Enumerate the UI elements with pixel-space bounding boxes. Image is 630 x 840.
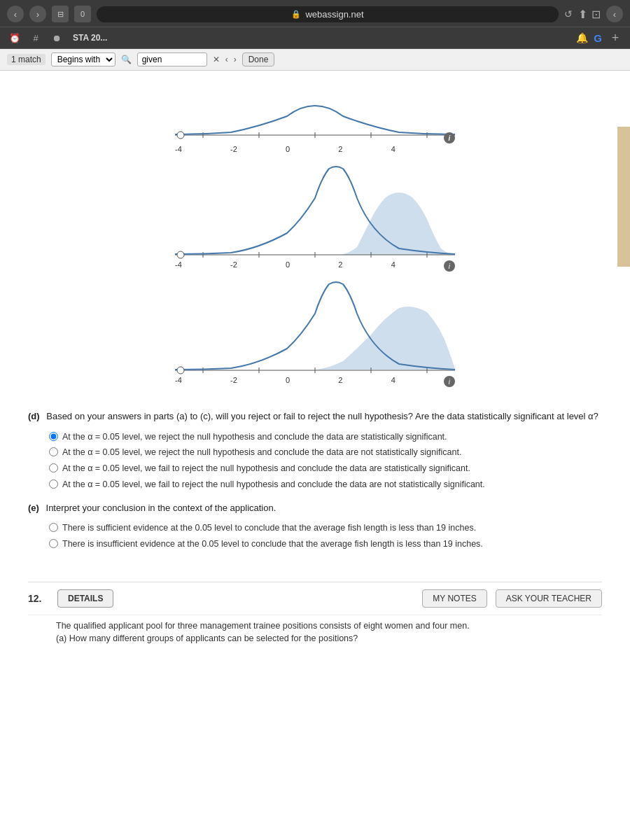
find-bar: 1 match Begins with 🔍 ✕ ‹ › Done	[0, 49, 630, 71]
curve-1-wrapper: -4 -2 0 2 4 i	[168, 85, 462, 156]
browser-actions: ⬆ ⊡	[578, 8, 601, 21]
plus-button[interactable]: +	[608, 30, 623, 46]
curve-1-info-icon[interactable]: i	[444, 132, 455, 144]
question-e-option-2[interactable]: There is insufficient evidence at the 0.…	[49, 538, 602, 551]
curve-1-container: -4 -2 0 2 4 i	[28, 85, 602, 156]
question-e-radio-1[interactable]	[49, 523, 58, 532]
question-e-option-2-text: There is insufficient evidence at the 0.…	[62, 538, 483, 551]
clock-icon-button[interactable]: ⏰	[7, 30, 22, 46]
browser-chrome: ‹ › ⊟ 0 🔒 webassign.net ↺ ⬆ ⊡ ‹	[0, 0, 630, 27]
sidebar-toggle-button[interactable]: ‹	[606, 6, 623, 22]
google-icon: G	[594, 32, 602, 44]
find-done-button[interactable]: Done	[242, 52, 275, 66]
question-d-radio-3[interactable]	[49, 463, 58, 472]
curve-2-wrapper: -4 -2 0 2 4 i	[168, 163, 462, 272]
url-text: webassign.net	[305, 9, 363, 20]
curve-1-svg	[168, 85, 462, 141]
question-d-option-3[interactable]: At the α = 0.05 level, we fail to reject…	[49, 462, 602, 475]
curve-2-info-icon[interactable]: i	[444, 260, 455, 272]
question-number: 12.	[28, 593, 49, 604]
question-d-option-1-text: At the α = 0.05 level, we reject the nul…	[62, 430, 447, 444]
curve-3-axis: -4 -2 0 2 4 i	[168, 376, 462, 387]
next-question-sub-text: (a) How many different groups of applica…	[56, 634, 574, 643]
find-input[interactable]	[137, 52, 207, 66]
question-d-option-1[interactable]: At the α = 0.05 level, we reject the nul…	[49, 430, 602, 444]
question-e-option-1[interactable]: There is sufficient evidence at the 0.05…	[49, 522, 602, 535]
question-d-option-2[interactable]: At the α = 0.05 level, we reject the nul…	[49, 446, 602, 459]
question-e-part: (e) Interpret your conclusion in the con…	[28, 501, 602, 515]
my-notes-button[interactable]: MY NOTES	[422, 589, 486, 608]
question-d-part: (d) Based on your answers in parts (a) t…	[28, 410, 602, 424]
question-d-section: (d) Based on your answers in parts (a) t…	[28, 410, 602, 491]
toolbar-row: ⏰ # ⏺ STA 20... 🔔 G +	[0, 27, 630, 49]
share-button[interactable]: ⬆	[578, 8, 587, 21]
cursor-area	[28, 394, 602, 401]
forward-button[interactable]: ›	[29, 6, 46, 22]
question-d-option-4-text: At the α = 0.05 level, we fail to reject…	[62, 478, 485, 491]
svg-point-20	[177, 367, 184, 374]
grid-icon-button[interactable]: #	[28, 30, 43, 46]
reload-button[interactable]: ↺	[564, 8, 573, 20]
curve-3-svg	[168, 279, 462, 377]
new-window-button[interactable]: ⊡	[592, 8, 601, 21]
next-question-section: The qualified applicant pool for three m…	[28, 615, 602, 649]
question-d-text: Based on your answers in parts (a) to (c…	[46, 411, 598, 421]
back-button[interactable]: ‹	[7, 6, 24, 22]
question-d-option-2-text: At the α = 0.05 level, we reject the nul…	[62, 446, 461, 459]
question-d-radio-4[interactable]	[49, 479, 58, 489]
curve-2-container: -4 -2 0 2 4 i	[28, 163, 602, 272]
search-icon: 🔍	[121, 55, 132, 64]
question-e-label: (e)	[28, 503, 39, 513]
prev-match-button[interactable]: ‹	[225, 55, 228, 64]
match-count: 1 match	[7, 54, 46, 65]
question-e-option-1-text: There is sufficient evidence at the 0.05…	[62, 522, 476, 535]
question-d-radio-2[interactable]	[49, 447, 58, 456]
bottom-bar: 12. DETAILS MY NOTES ASK YOUR TEACHER	[28, 582, 602, 615]
question-e-radio-2[interactable]	[49, 539, 58, 548]
clear-search-button[interactable]: ✕	[213, 55, 220, 64]
curve-2-axis: -4 -2 0 2 4 i	[168, 260, 462, 272]
curve-3-wrapper: -4 -2 0 2 4 i	[168, 279, 462, 387]
curve-3-container: -4 -2 0 2 4 i	[28, 279, 602, 387]
notification-icon: 🔔	[576, 32, 588, 43]
next-question-text: The qualified applicant pool for three m…	[56, 621, 574, 631]
right-sidebar-accent	[617, 127, 630, 267]
find-type-select[interactable]: Begins with	[51, 52, 115, 66]
record-icon-button[interactable]: ⏺	[49, 30, 64, 46]
spacer	[28, 554, 602, 582]
curve-2-svg	[168, 163, 462, 261]
svg-point-6	[177, 132, 184, 139]
curve-3-info-icon[interactable]: i	[444, 376, 455, 387]
lock-icon: 🔒	[291, 10, 301, 19]
next-match-button[interactable]: ›	[234, 55, 237, 64]
question-e-text: Interpret your conclusion in the context…	[46, 503, 276, 513]
question-d-option-4[interactable]: At the α = 0.05 level, we fail to reject…	[49, 478, 602, 491]
sta-label: STA 20...	[73, 33, 107, 43]
details-button[interactable]: DETAILS	[57, 589, 113, 608]
question-d-radio-1[interactable]	[49, 432, 58, 441]
question-d-label: (d)	[28, 411, 40, 421]
svg-point-13	[177, 251, 184, 258]
zero-button[interactable]: 0	[74, 6, 91, 22]
question-e-section: (e) Interpret your conclusion in the con…	[28, 501, 602, 551]
address-bar[interactable]: 🔒 webassign.net	[97, 6, 559, 22]
question-d-option-3-text: At the α = 0.05 level, we fail to reject…	[62, 462, 470, 475]
ask-teacher-button[interactable]: ASK YOUR TEACHER	[496, 589, 602, 608]
main-content: -4 -2 0 2 4 i	[0, 71, 630, 840]
tab-overview-button[interactable]: ⊟	[52, 6, 69, 22]
curve-1-axis: -4 -2 0 2 4 i	[168, 145, 462, 156]
